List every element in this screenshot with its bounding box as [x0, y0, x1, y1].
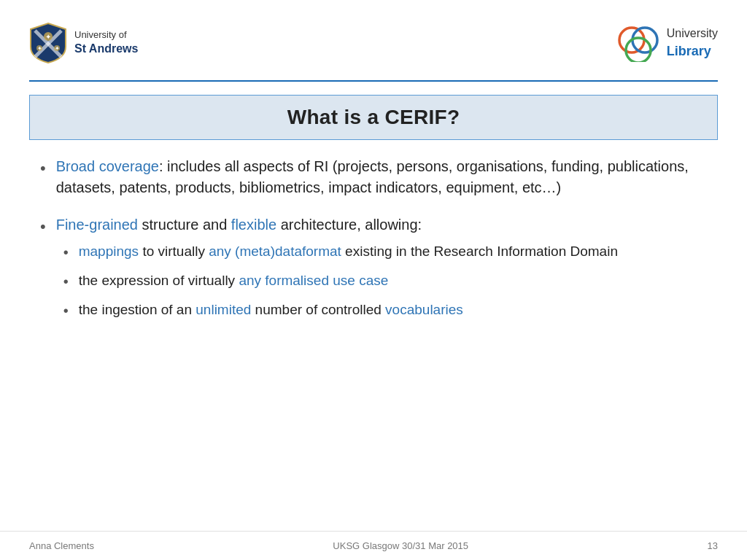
- highlight-fine-grained: Fine-grained: [56, 217, 138, 233]
- highlight-any-metadataformat: any (meta)dataformat: [209, 244, 341, 259]
- sta-andrews-logo: ✦ ✦ ✦ University of St Andrews: [29, 22, 138, 64]
- sub-bullet-dot-2: •: [63, 271, 69, 292]
- bullet-2-content: Fine-grained structure and flexible arch…: [56, 214, 707, 329]
- sub-1-text1: to virtually: [139, 244, 209, 259]
- bullet-2-part2: structure and: [138, 217, 231, 233]
- footer: Anna Clements UKSG Glasgow 30/31 Mar 201…: [0, 531, 747, 560]
- bullet-item-2: • Fine-grained structure and flexible ar…: [40, 214, 707, 329]
- ul-university-word: University: [667, 26, 718, 42]
- bullet-item-1: • Broad coverage: includes all aspects o…: [40, 156, 707, 198]
- highlight-mappings: mappings: [79, 244, 139, 259]
- highlight-vocabularies: vocabularies: [385, 302, 463, 317]
- highlight-broad-coverage: Broad coverage: [56, 158, 159, 174]
- sub-bullet-item-2: • the expression of virtually any formal…: [63, 271, 707, 292]
- sub-3-content: the ingestion of an unlimited number of …: [79, 300, 463, 320]
- sub-bullet-dot-3: •: [63, 300, 69, 322]
- ul-text: University Library: [667, 26, 718, 61]
- bullet-dot-1: •: [40, 157, 46, 180]
- bullet-1-content: Broad coverage: includes all aspects of …: [56, 156, 707, 198]
- slide-title: What is a CERIF?: [44, 106, 703, 129]
- bullet-dot-2: •: [40, 215, 46, 238]
- svg-text:✦: ✦: [55, 45, 60, 52]
- ul-circles-icon: [617, 24, 659, 62]
- sta-university-of: University of: [74, 29, 138, 42]
- sub-1-content: mappings to virtually any (meta)dataform…: [79, 241, 618, 262]
- footer-page-number: 13: [708, 540, 718, 551]
- sub-2-text1: the expression of virtually: [79, 273, 239, 288]
- ul-library-word: Library: [667, 42, 718, 61]
- university-library-logo: University Library: [617, 24, 718, 62]
- svg-text:✦: ✦: [37, 45, 42, 52]
- sub-3-text1: the ingestion of an: [79, 302, 196, 317]
- sub-bullet-item-1: • mappings to virtually any (meta)datafo…: [63, 241, 707, 263]
- footer-event: UKSG Glasgow 30/31 Mar 2015: [333, 540, 468, 551]
- sub-3-text2: number of controlled: [251, 302, 385, 317]
- footer-author: Anna Clements: [29, 540, 94, 551]
- sub-bullet-dot-1: •: [63, 242, 69, 263]
- bullet-2-part4: architecture, allowing:: [276, 217, 422, 233]
- highlight-unlimited: unlimited: [196, 302, 251, 317]
- header-divider: [29, 80, 718, 82]
- sub-2-content: the expression of virtually any formalis…: [79, 271, 389, 291]
- title-box: What is a CERIF?: [29, 95, 718, 140]
- svg-text:✦: ✦: [45, 33, 51, 41]
- sub-1-text2: existing in the Research Information Dom…: [341, 244, 618, 259]
- sub-bullet-list: • mappings to virtually any (meta)datafo…: [63, 241, 707, 322]
- sta-name: St Andrews: [74, 42, 138, 57]
- highlight-flexible: flexible: [231, 217, 276, 233]
- main-bullet-list: • Broad coverage: includes all aspects o…: [40, 156, 707, 329]
- sub-bullet-item-3: • the ingestion of an unlimited number o…: [63, 300, 707, 322]
- header: ✦ ✦ ✦ University of St Andrews Universit…: [0, 0, 747, 80]
- sta-shield-icon: ✦ ✦ ✦: [29, 22, 67, 64]
- highlight-formalised-use-case: any formalised use case: [239, 273, 388, 288]
- main-content: • Broad coverage: includes all aspects o…: [0, 140, 747, 329]
- sta-text: University of St Andrews: [74, 29, 138, 57]
